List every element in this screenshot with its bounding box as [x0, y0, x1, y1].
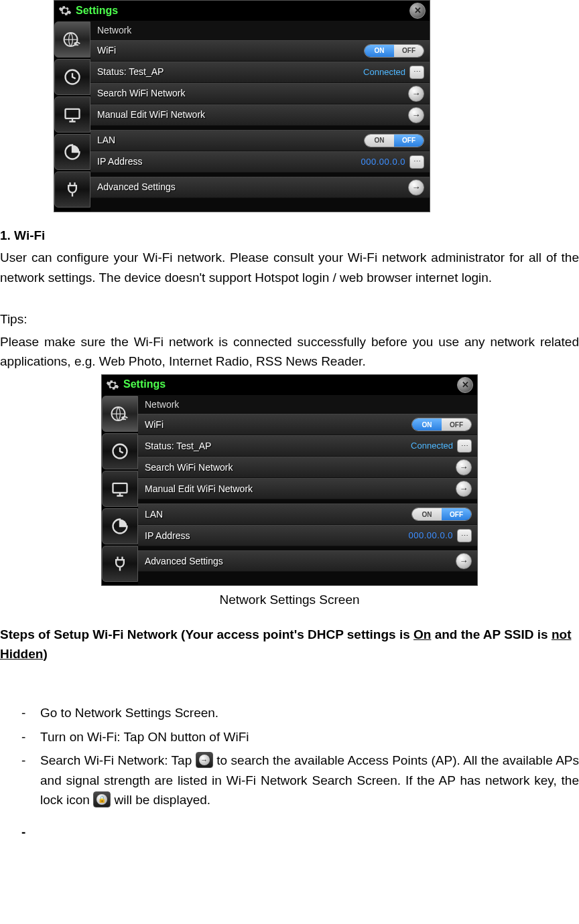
row-advanced[interactable]: Advanced Settings →	[90, 177, 430, 198]
tips-label: Tips:	[0, 309, 579, 329]
close-button[interactable]: ✕	[457, 377, 473, 393]
step-2: Turn on Wi-Fi: Tap ON button of WiFi	[21, 727, 579, 747]
arrow-icon: →	[408, 179, 424, 196]
globe-wifi-icon	[62, 29, 82, 50]
tab-time[interactable]	[102, 433, 138, 469]
row-advanced[interactable]: Advanced Settings→	[138, 550, 477, 572]
screenshot-caption: Network Settings Screen	[0, 590, 579, 609]
plug-icon	[63, 180, 82, 199]
heading-wifi: 1. Wi-Fi	[0, 226, 579, 245]
arrow-icon: →	[456, 481, 472, 497]
side-tabs	[54, 21, 90, 212]
section-network-label: Network	[90, 21, 430, 40]
svg-rect-5	[113, 483, 127, 493]
row-wifi: WiFi ONOFF	[138, 414, 477, 435]
ip-edit-button[interactable]: ⋯	[457, 529, 472, 542]
svg-rect-2	[66, 109, 80, 119]
lan-label: LAN	[97, 133, 364, 148]
settings-title: Settings	[123, 376, 166, 393]
clock-icon	[111, 442, 129, 461]
tab-time[interactable]	[54, 59, 90, 95]
advanced-label: Advanced Settings	[97, 180, 408, 195]
arrow-icon: →	[408, 107, 424, 123]
pie-icon	[63, 143, 82, 161]
section-network-label: Network	[138, 395, 477, 414]
settings-header: Settings ✕	[102, 375, 477, 395]
tab-network[interactable]	[102, 396, 138, 432]
clock-icon	[63, 68, 82, 86]
trailing-dash: -	[0, 822, 579, 842]
row-lan: LANONOFF	[138, 504, 477, 525]
row-manual-wifi[interactable]: Manual Edit WiFi Network →	[90, 104, 430, 126]
inline-arrow-button: →	[196, 752, 213, 768]
inline-lock-button: 🔒	[93, 791, 111, 807]
settings-screenshot-1: Settings ✕	[54, 0, 430, 212]
gear-icon	[58, 4, 72, 17]
gear-icon	[106, 378, 119, 392]
monitor-icon	[111, 479, 129, 498]
tab-storage[interactable]	[102, 508, 138, 544]
tab-display[interactable]	[102, 471, 138, 507]
close-button[interactable]: ✕	[409, 3, 426, 19]
row-search-wifi[interactable]: Search WiFi Network →	[90, 83, 430, 104]
globe-wifi-icon	[110, 404, 130, 424]
row-ip: IP Address000.00.0.0⋯	[138, 525, 477, 546]
row-wifi: WiFi ON OFF	[90, 40, 430, 62]
tab-network[interactable]	[54, 21, 90, 58]
search-wifi-label: Search WiFi Network	[97, 86, 408, 101]
status-more-button[interactable]: ⋯	[409, 66, 424, 79]
wifi-toggle[interactable]: ONOFF	[411, 418, 472, 431]
tab-power[interactable]	[54, 171, 90, 208]
row-status: Status: Test_AP Connected ⋯	[90, 62, 430, 83]
steps-heading: Steps of Setup Wi-Fi Network (Your acces…	[0, 625, 579, 664]
toggle-off-half: OFF	[394, 45, 424, 57]
tab-power[interactable]	[102, 546, 138, 582]
wifi-label: WiFi	[97, 44, 364, 58]
row-manual-wifi[interactable]: Manual Edit WiFi Network→	[138, 478, 477, 499]
plug-icon	[111, 554, 129, 573]
row-lan: LAN ON OFF	[90, 130, 430, 151]
steps-list: Go to Network Settings Screen. Turn on W…	[0, 703, 579, 810]
side-tabs	[102, 395, 138, 586]
wifi-toggle[interactable]: ON OFF	[364, 44, 424, 58]
para-wifi-intro: User can configure your Wi-Fi network. P…	[0, 248, 579, 287]
tab-display[interactable]	[54, 96, 90, 133]
arrow-icon: →	[456, 459, 472, 475]
settings-header: Settings ✕	[54, 1, 430, 21]
ip-label: IP Address	[97, 155, 361, 169]
step-1: Go to Network Settings Screen.	[21, 703, 579, 722]
arrow-icon: →	[408, 86, 424, 102]
pie-icon	[111, 517, 129, 536]
manual-wifi-label: Manual Edit WiFi Network	[97, 108, 408, 123]
status-more-button[interactable]: ⋯	[457, 439, 472, 453]
row-search-wifi[interactable]: Search WiFi Network→	[138, 457, 477, 478]
step-3: Search Wi-Fi Network: Tap → to search th…	[21, 751, 579, 810]
settings-title: Settings	[76, 3, 118, 19]
row-ip: IP Address 000.00.0.0 ⋯	[90, 151, 430, 173]
tips-body: Please make sure the Wi-Fi network is co…	[0, 332, 579, 372]
row-status: Status: Test_AP Connected⋯	[138, 435, 477, 457]
lock-icon: 🔒	[96, 794, 107, 805]
lan-toggle[interactable]: ON OFF	[364, 134, 424, 147]
status-value: Connected	[363, 66, 405, 79]
ip-edit-button[interactable]: ⋯	[409, 155, 424, 169]
tab-storage[interactable]	[54, 134, 90, 170]
toggle-on-half: ON	[365, 45, 394, 57]
lan-toggle[interactable]: ONOFF	[411, 508, 472, 521]
settings-screenshot-2: Settings ✕ Network WiFi ONOFF	[101, 374, 478, 587]
arrow-icon: →	[456, 553, 472, 569]
ip-value: 000.00.0.0	[361, 155, 405, 169]
status-label: Status: Test_AP	[97, 65, 363, 80]
arrow-icon: →	[199, 755, 210, 765]
monitor-icon	[63, 105, 82, 124]
